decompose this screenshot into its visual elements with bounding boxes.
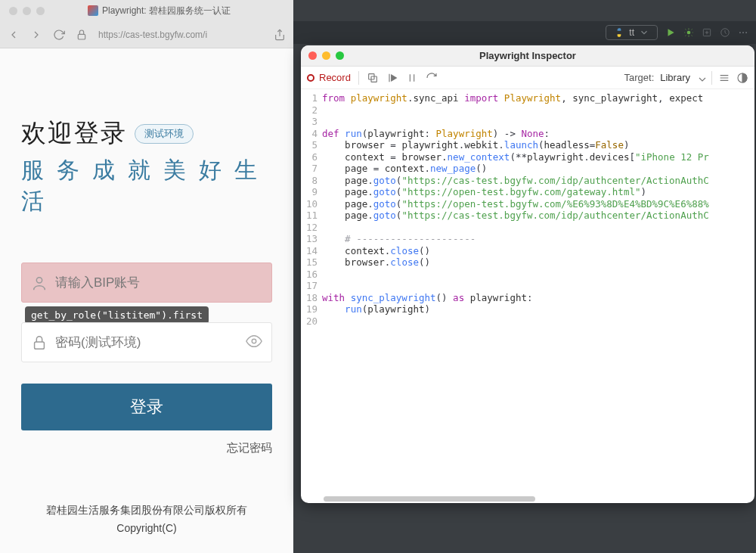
code-content[interactable]: from playwright.sync_api import Playwrig… [322, 92, 754, 495]
forward-button[interactable] [30, 29, 42, 41]
password-input[interactable]: 密码(测试环境) [21, 322, 272, 362]
svg-point-10 [742, 32, 744, 33]
slogan-text: 服务成就美好生活 [0, 151, 293, 217]
minimize-inspector-button[interactable] [322, 51, 330, 60]
footer-copyright: 碧桂园生活服务集团股份有限公司版权所有 Copyright(C) [0, 502, 293, 553]
python-icon [614, 27, 624, 38]
footer-line-2: Copyright(C) [0, 520, 293, 538]
step-over-button[interactable] [426, 72, 438, 84]
share-icon[interactable] [274, 29, 286, 41]
close-window-button[interactable] [9, 7, 17, 15]
ide-toolbar: tt [293, 21, 756, 44]
forgot-password-link[interactable]: 忘记密码 [0, 430, 293, 455]
record-icon [307, 74, 314, 82]
svg-point-11 [745, 32, 747, 33]
scrollbar-thumb[interactable] [324, 496, 535, 502]
lock-icon [76, 29, 88, 41]
inspector-window: Playwright Inspector Record Target: Libr… [301, 45, 754, 503]
lock-icon [31, 334, 48, 351]
menu-icon[interactable] [718, 72, 730, 84]
svg-rect-3 [35, 342, 45, 349]
step-button[interactable] [386, 72, 398, 84]
login-button[interactable]: 登录 [21, 384, 272, 430]
toolbar-divider [711, 71, 712, 85]
contrast-icon[interactable] [736, 72, 748, 84]
svg-point-2 [36, 277, 42, 282]
browser-window: Playwright: 碧桂园服务统一认证 https://cas-test.b… [0, 0, 293, 553]
inspector-titlebar: Playwright Inspector [301, 45, 754, 67]
code-editor[interactable]: 1234567891011121314151617181920 from pla… [301, 89, 754, 495]
target-label: Target: [624, 72, 655, 83]
inspector-title: Playwright Inspector [308, 50, 747, 61]
url-bar[interactable]: https://cas-test.bgyfw.com/i [98, 30, 263, 40]
toolbar-divider [358, 71, 359, 85]
close-inspector-button[interactable] [308, 51, 317, 60]
svg-point-4 [252, 339, 256, 343]
svg-rect-0 [78, 34, 85, 39]
config-name: tt [629, 27, 634, 38]
horizontal-scrollbar[interactable] [301, 495, 754, 503]
target-selector[interactable]: Library [660, 72, 690, 83]
environment-badge: 测试环境 [135, 124, 194, 144]
svg-marker-5 [668, 29, 674, 36]
minimize-window-button[interactable] [23, 7, 31, 15]
username-input[interactable]: 请输入BIP账号 get_by_role("listitem").first [21, 263, 272, 303]
maximize-inspector-button[interactable] [336, 51, 344, 60]
window-title-text: Playwright: 碧桂园服务统一认证 [102, 5, 231, 17]
welcome-heading: 欢迎登录 [21, 117, 127, 151]
login-page: 欢迎登录 测试环境 服务成就美好生活 请输入BIP账号 get_by_role(… [0, 48, 293, 553]
more-icon[interactable] [738, 27, 748, 38]
record-label: Record [319, 72, 351, 83]
maximize-window-button[interactable] [36, 7, 45, 15]
svg-point-9 [739, 32, 741, 33]
selector-tooltip: get_by_role("listitem").first [25, 306, 209, 324]
profile-button[interactable] [720, 27, 730, 38]
page-title: Playwright: 碧桂园服务统一认证 [88, 5, 231, 17]
svg-point-6 [687, 31, 691, 35]
line-gutter: 1234567891011121314151617181920 [301, 92, 322, 495]
favicon-icon [88, 5, 98, 16]
svg-marker-15 [392, 75, 397, 81]
person-icon [31, 275, 48, 291]
browser-toolbar: https://cas-test.bgyfw.com/i [0, 21, 293, 48]
record-button[interactable]: Record [307, 72, 351, 83]
eye-icon[interactable] [246, 333, 262, 353]
copy-button[interactable] [367, 72, 379, 84]
chevron-down-icon [696, 73, 705, 82]
reload-button[interactable] [53, 29, 65, 41]
debug-button[interactable] [683, 27, 694, 38]
password-placeholder: 密码(测试环境) [55, 334, 141, 351]
pause-button[interactable] [406, 72, 418, 84]
coverage-button[interactable] [702, 27, 712, 38]
chevron-down-icon [639, 27, 649, 38]
inspector-toolbar: Record Target: Library [301, 67, 754, 89]
footer-line-1: 碧桂园生活服务集团股份有限公司版权所有 [0, 502, 293, 520]
run-button[interactable] [665, 27, 676, 38]
run-config-selector[interactable]: tt [606, 25, 658, 40]
back-button[interactable] [8, 29, 20, 41]
username-placeholder: 请输入BIP账号 [55, 274, 140, 291]
browser-titlebar: Playwright: 碧桂园服务统一认证 [0, 0, 293, 21]
